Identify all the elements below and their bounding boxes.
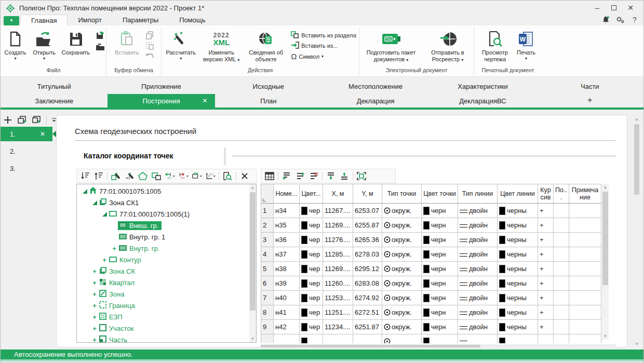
- point-type-cell[interactable]: окруж.: [382, 276, 422, 291]
- tree-item[interactable]: +Участок: [77, 322, 249, 334]
- doc-tab-Приложение[interactable]: Приложение: [108, 79, 214, 94]
- row-number-cell[interactable]: 4: [261, 247, 274, 262]
- line-color-cell[interactable]: черны: [498, 247, 538, 262]
- line-color-cell[interactable]: [498, 334, 538, 344]
- italic-cell[interactable]: +: [538, 218, 554, 233]
- po-cell[interactable]: [554, 204, 569, 218]
- tree-item[interactable]: 77:01:0001075:1005: [77, 185, 249, 197]
- column-header-3[interactable]: X, м: [323, 184, 353, 204]
- column-header-10[interactable]: По...: [554, 184, 569, 204]
- copy-icon[interactable]: [144, 31, 155, 40]
- tree-item[interactable]: +Внутр. гр.: [77, 243, 249, 254]
- italic-cell[interactable]: +: [538, 320, 554, 334]
- menu-tab-Импорт[interactable]: Импорт: [68, 15, 112, 25]
- column-header-9[interactable]: Курсив: [538, 184, 554, 204]
- y-cell[interactable]: 6251.87: [353, 320, 382, 334]
- object-info-button[interactable]: Сведения об объекте: [245, 29, 287, 63]
- note-cell[interactable]: [569, 233, 601, 247]
- line-color-cell[interactable]: черны: [498, 276, 538, 291]
- point-color-cell[interactable]: [422, 334, 458, 344]
- table-icon[interactable]: [264, 171, 275, 181]
- point-color-cell[interactable]: черн: [422, 291, 458, 305]
- menu-tab-Главная[interactable]: Главная: [20, 15, 68, 25]
- preview-page-icon[interactable]: [222, 171, 233, 181]
- line-type-cell[interactable]: двойн: [458, 291, 498, 305]
- doc-tab-Декларация[interactable]: Декларация: [322, 94, 429, 107]
- create-button[interactable]: Создать ▾: [2, 29, 29, 61]
- color-cell[interactable]: чер: [300, 276, 323, 291]
- row-number-cell[interactable]: 1: [261, 204, 274, 218]
- expander-plus-icon[interactable]: +: [91, 325, 98, 332]
- point-number-cell[interactable]: н37: [274, 247, 300, 262]
- po-cell[interactable]: [554, 247, 569, 262]
- line-type-cell[interactable]: двойн: [458, 276, 498, 291]
- settings-gears-icon[interactable]: [615, 15, 625, 24]
- column-header-5[interactable]: Тип точки: [382, 184, 422, 204]
- column-header-1[interactable]: Номе...: [274, 184, 300, 204]
- color-cell[interactable]: чер: [300, 204, 323, 218]
- move-row-up-icon[interactable]: [339, 171, 350, 181]
- tree-item[interactable]: +Контур: [77, 254, 249, 265]
- point-color-cell[interactable]: черн: [422, 204, 458, 218]
- point-number-cell[interactable]: н42: [274, 320, 300, 334]
- page-item-1.[interactable]: 1.✕: [1, 127, 52, 141]
- point-type-cell[interactable]: окруж.: [382, 204, 422, 218]
- note-cell[interactable]: [569, 218, 601, 233]
- duplicate-page-icon[interactable]: [32, 115, 42, 125]
- line-color-cell[interactable]: черны: [498, 204, 538, 218]
- y-cell[interactable]: 6274.92: [353, 291, 382, 305]
- column-header-2[interactable]: Цвет...: [300, 184, 323, 204]
- close-button[interactable]: ✕: [623, 3, 638, 13]
- doc-tab-Построения[interactable]: Построения✕: [108, 94, 214, 107]
- italic-cell[interactable]: +: [538, 247, 554, 262]
- point-type-cell[interactable]: окруж.: [382, 305, 422, 320]
- color-cell[interactable]: чер: [300, 320, 323, 334]
- draw-area-icon[interactable]: [111, 171, 121, 181]
- note-cell[interactable]: [569, 320, 601, 334]
- minimize-button[interactable]: –: [589, 3, 605, 13]
- point-number-cell[interactable]: н38: [274, 262, 300, 276]
- close-tab-icon[interactable]: ✕: [203, 97, 208, 104]
- insert-from-section-button[interactable]: Вставить из раздела: [291, 31, 356, 39]
- point-type-cell[interactable]: окруж.: [382, 291, 422, 305]
- scroll-up-icon[interactable]: ▲: [633, 116, 640, 123]
- doc-tab-Характеристики[interactable]: Характеристики: [429, 79, 536, 94]
- point-type-cell[interactable]: окруж.: [382, 233, 422, 247]
- note-cell[interactable]: [569, 262, 601, 276]
- save-as-icon[interactable]: [95, 31, 105, 40]
- x-cell[interactable]: 11251....: [323, 305, 353, 320]
- point-color-cell[interactable]: черн: [422, 218, 458, 233]
- insert-row-icon[interactable]: [295, 171, 305, 181]
- add-row-icon[interactable]: [281, 171, 292, 181]
- note-cell[interactable]: [569, 276, 601, 291]
- italic-cell[interactable]: +: [538, 204, 554, 218]
- po-cell[interactable]: [554, 262, 569, 276]
- help-icon[interactable]: ?: [630, 15, 639, 24]
- fit-icon[interactable]: [356, 171, 367, 181]
- color-cell[interactable]: [300, 334, 323, 344]
- line-type-cell[interactable]: двойн: [458, 305, 498, 320]
- row-number-cell[interactable]: 7: [261, 291, 274, 305]
- expander-plus-icon[interactable]: +: [91, 336, 98, 343]
- polygon-icon[interactable]: [138, 171, 148, 181]
- save-all-folder-icon[interactable]: [95, 43, 105, 52]
- column-header-11[interactable]: Примечание: [569, 184, 601, 204]
- color-cell[interactable]: чер: [300, 247, 323, 262]
- page-item-3.[interactable]: 3.: [1, 161, 52, 176]
- x-cell[interactable]: 11269....: [323, 218, 353, 233]
- italic-cell[interactable]: +: [538, 262, 554, 276]
- row-number-cell[interactable]: 3: [261, 233, 274, 247]
- line-type-cell[interactable]: [458, 334, 498, 344]
- tree-item[interactable]: +Зона: [77, 288, 249, 300]
- doc-tab-План[interactable]: План: [215, 94, 322, 107]
- x-cell[interactable]: 11269....: [323, 262, 353, 276]
- italic-cell[interactable]: +: [538, 291, 554, 305]
- print-button[interactable]: W Печать ▾: [514, 29, 539, 61]
- prepare-package-button[interactable]: Подготовить пакет документов ▾: [360, 29, 422, 63]
- x-cell[interactable]: 11260....: [323, 276, 353, 291]
- paste-button[interactable]: Вставить: [113, 29, 141, 56]
- x-cell[interactable]: [323, 334, 353, 344]
- point-type-cell[interactable]: окруж.: [382, 218, 422, 233]
- point-number-cell[interactable]: н35: [274, 218, 300, 233]
- point-number-cell[interactable]: н40: [274, 291, 300, 305]
